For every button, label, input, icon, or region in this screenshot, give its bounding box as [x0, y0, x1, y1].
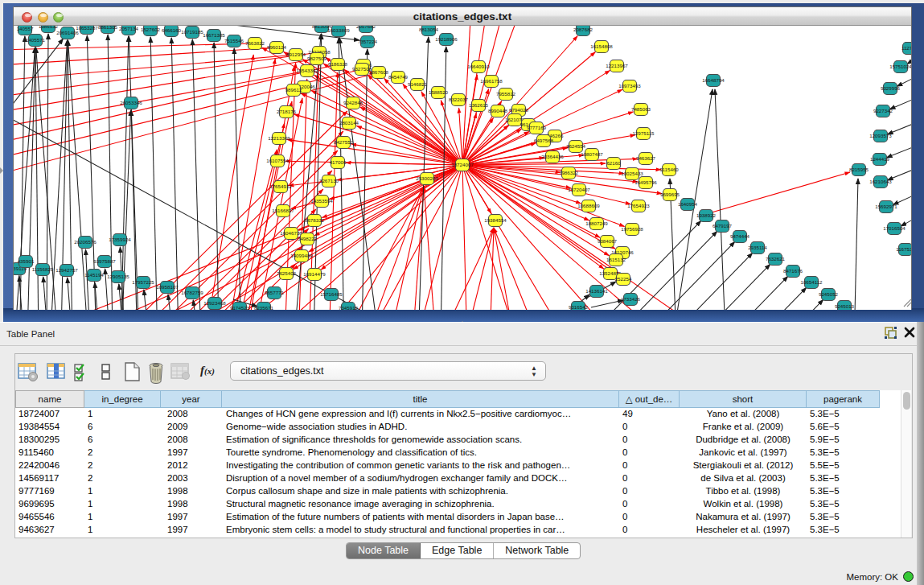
svg-text:7986322: 7986322 — [559, 170, 579, 175]
svg-text:8471676: 8471676 — [783, 268, 803, 274]
svg-text:6794028: 6794028 — [509, 107, 529, 113]
svg-text:140557: 140557 — [17, 26, 34, 31]
svg-text:17654912: 17654912 — [269, 183, 292, 189]
svg-text:10807487: 10807487 — [581, 151, 603, 157]
svg-text:15720407: 15720407 — [568, 187, 590, 192]
svg-text:8990448: 8990448 — [488, 108, 508, 113]
svg-text:8186328: 8186328 — [328, 61, 348, 67]
svg-text:2087682: 2087682 — [573, 27, 593, 32]
svg-text:7625402: 7625402 — [277, 270, 297, 276]
svg-text:15716485: 15716485 — [320, 291, 343, 297]
svg-text:8235671: 8235671 — [254, 305, 274, 311]
svg-text:11156829: 11156829 — [32, 266, 54, 272]
svg-text:2718176: 2718176 — [277, 109, 297, 114]
svg-text:10719185: 10719185 — [181, 29, 203, 35]
svg-text:1362615: 1362615 — [469, 102, 489, 108]
svg-text:9316542: 9316542 — [569, 304, 589, 310]
svg-text:14353594: 14353594 — [310, 198, 333, 204]
svg-text:25300203: 25300203 — [416, 175, 438, 181]
svg-text:7357224: 7357224 — [358, 39, 378, 44]
svg-text:6466160: 6466160 — [162, 27, 182, 33]
svg-text:417006: 417006 — [330, 159, 347, 165]
svg-text:16033809: 16033809 — [327, 27, 350, 33]
svg-text:16671385: 16671385 — [203, 32, 225, 38]
svg-text:9245013: 9245013 — [835, 303, 855, 309]
svg-text:12975115: 12975115 — [632, 130, 655, 136]
svg-text:8960124: 8960124 — [267, 44, 287, 50]
svg-text:7632621: 7632621 — [766, 256, 786, 262]
svg-text:16782759: 16782759 — [181, 290, 203, 295]
svg-text:9474444: 9474444 — [730, 233, 750, 239]
svg-text:9227342: 9227342 — [873, 108, 893, 113]
svg-text:2057134: 2057134 — [119, 26, 139, 31]
svg-text:9657771: 9657771 — [265, 290, 285, 295]
svg-text:12093573: 12093573 — [869, 133, 892, 138]
svg-text:19756928: 19756928 — [621, 226, 643, 232]
svg-text:1588520: 1588520 — [429, 89, 449, 95]
svg-text:12213369: 12213369 — [268, 135, 290, 141]
svg-text:989612: 989612 — [285, 87, 302, 93]
svg-text:26053346: 26053346 — [120, 100, 142, 105]
svg-text:9329996: 9329996 — [881, 85, 901, 91]
svg-text:19384554: 19384554 — [484, 217, 507, 223]
svg-text:9084067: 9084067 — [598, 238, 618, 244]
svg-text:1405571: 1405571 — [26, 37, 46, 43]
svg-text:16046736: 16046736 — [280, 230, 302, 236]
svg-text:9777169: 9777169 — [527, 125, 547, 130]
svg-text:16107554: 16107554 — [266, 158, 289, 163]
svg-text:6479197: 6479197 — [713, 223, 733, 229]
svg-text:8454749: 8454749 — [388, 74, 409, 80]
svg-text:2803144: 2803144 — [339, 120, 359, 126]
svg-text:3267130: 3267130 — [319, 178, 339, 183]
svg-text:2867608: 2867608 — [369, 69, 389, 75]
svg-text:1244419: 1244419 — [870, 156, 890, 162]
svg-text:15692971: 15692971 — [875, 204, 897, 209]
svg-text:6497568: 6497568 — [534, 138, 554, 143]
svg-text:3624554: 3624554 — [566, 143, 586, 149]
svg-text:1615132: 1615132 — [606, 257, 626, 262]
svg-text:7485063: 7485063 — [631, 106, 651, 112]
svg-text:15166827: 15166827 — [272, 208, 294, 213]
svg-text:435901: 435901 — [18, 258, 35, 264]
svg-text:10653287: 10653287 — [76, 26, 98, 31]
svg-text:18807249: 18807249 — [585, 220, 608, 226]
svg-text:62160: 62160 — [606, 160, 621, 166]
svg-text:1640954: 1640954 — [678, 201, 698, 207]
svg-text:8322037: 8322037 — [449, 97, 469, 102]
svg-text:10688609: 10688609 — [577, 203, 600, 208]
svg-text:17359924: 17359924 — [109, 237, 131, 242]
svg-text:9699695: 9699695 — [660, 192, 680, 197]
svg-text:1167531: 1167531 — [896, 246, 911, 252]
svg-text:20364436: 20364436 — [541, 154, 564, 159]
svg-text:12942757: 12942757 — [55, 267, 78, 273]
svg-text:112757: 112757 — [901, 45, 911, 51]
svg-text:16648794: 16648794 — [702, 77, 725, 83]
svg-text:93975887: 93975887 — [93, 258, 116, 264]
svg-text:7515546: 7515546 — [224, 38, 244, 43]
svg-text:7955812: 7955812 — [496, 91, 516, 97]
svg-text:20691406: 20691406 — [56, 30, 79, 35]
svg-text:8678332: 8678332 — [305, 217, 325, 223]
svg-text:9245052: 9245052 — [819, 291, 839, 297]
svg-text:9174523: 9174523 — [230, 305, 250, 311]
svg-text:9242848: 9242848 — [343, 100, 363, 105]
svg-text:12923468: 12923468 — [203, 300, 226, 306]
svg-text:1986532: 1986532 — [39, 26, 59, 29]
svg-text:14136141: 14136141 — [585, 288, 608, 294]
svg-text:8427552: 8427552 — [334, 139, 354, 145]
svg-text:9146821: 9146821 — [408, 81, 428, 87]
svg-text:16543362: 16543362 — [296, 68, 318, 73]
svg-text:16210643: 16210643 — [869, 179, 892, 184]
svg-text:20206576: 20206576 — [74, 239, 97, 245]
svg-text:2935114: 2935114 — [748, 245, 767, 250]
svg-text:12905135: 12905135 — [107, 274, 129, 279]
svg-text:8912954: 8912954 — [286, 51, 306, 57]
svg-text:9463627: 9463627 — [636, 155, 656, 161]
svg-text:16640910: 16640910 — [467, 64, 490, 69]
svg-text:7345912: 7345912 — [339, 305, 359, 311]
svg-text:3498222: 3498222 — [298, 236, 318, 241]
svg-text:18724007: 18724007 — [451, 162, 474, 167]
svg-text:16961758: 16961758 — [480, 78, 503, 84]
svg-text:252254: 252254 — [615, 276, 632, 282]
svg-text:16154808: 16154808 — [590, 43, 613, 49]
